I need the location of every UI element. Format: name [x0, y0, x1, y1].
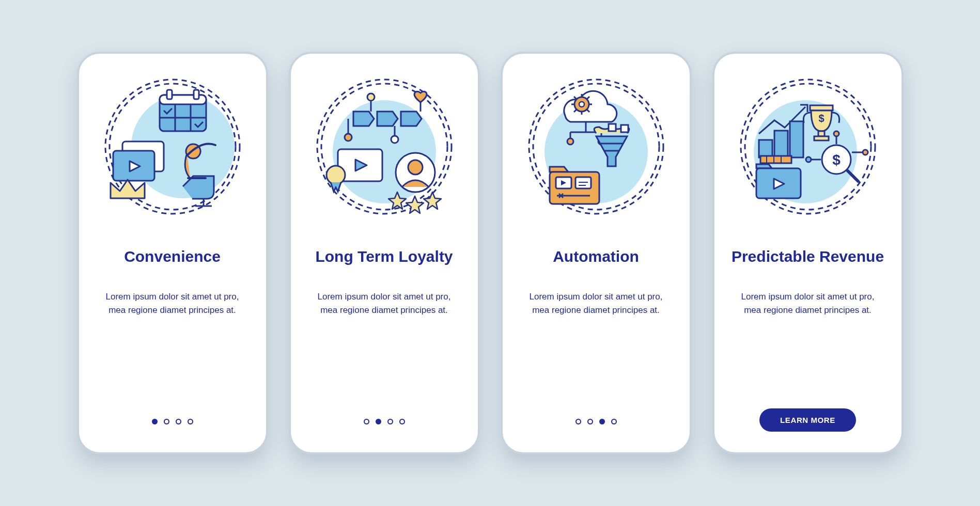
- svg-point-27: [326, 166, 345, 184]
- convenience-icon: [95, 69, 250, 224]
- pager-dot[interactable]: [587, 419, 593, 424]
- svg-point-19: [345, 134, 352, 141]
- svg-rect-67: [814, 136, 829, 140]
- onboarding-row: Convenience Lorem ipsum dolor sit amet u…: [77, 52, 904, 454]
- svg-text:$: $: [832, 152, 841, 168]
- onboarding-screen-revenue: $ $: [712, 52, 904, 454]
- pager-dot[interactable]: [152, 419, 158, 424]
- pager-dot[interactable]: [176, 419, 181, 424]
- svg-point-73: [863, 150, 868, 155]
- screen-body: Lorem ipsum dolor sit amet ut pro, mea r…: [94, 290, 252, 318]
- svg-rect-63: [774, 131, 788, 157]
- svg-rect-6: [194, 90, 199, 99]
- svg-rect-64: [790, 121, 803, 157]
- svg-rect-80: [760, 156, 791, 163]
- pager-dot[interactable]: [188, 419, 193, 424]
- screen-title: Predictable Revenue: [732, 236, 884, 277]
- pager-dots: [152, 419, 193, 424]
- pager-dot[interactable]: [575, 419, 581, 424]
- onboarding-screen-convenience: Convenience Lorem ipsum dolor sit amet u…: [77, 52, 268, 454]
- svg-point-21: [367, 93, 375, 101]
- svg-rect-50: [621, 125, 628, 132]
- svg-point-34: [579, 102, 584, 107]
- svg-rect-49: [609, 124, 616, 131]
- svg-text:$: $: [818, 113, 824, 124]
- svg-point-47: [567, 138, 573, 145]
- pager-dot[interactable]: [364, 419, 369, 424]
- screen-body: Lorem ipsum dolor sit amet ut pro, mea r…: [517, 290, 675, 318]
- loyalty-icon: [307, 69, 462, 224]
- revenue-icon: $ $: [730, 69, 885, 224]
- pager-dot[interactable]: [164, 419, 169, 424]
- screen-title: Long Term Loyalty: [315, 236, 453, 277]
- svg-rect-62: [759, 140, 772, 157]
- svg-point-75: [806, 157, 811, 162]
- onboarding-screen-automation: Automation Lorem ipsum dolor sit amet ut…: [501, 52, 692, 454]
- learn-more-button[interactable]: LEARN MORE: [759, 408, 856, 432]
- pager-dot[interactable]: [399, 419, 405, 424]
- pager-dot[interactable]: [387, 419, 393, 424]
- pager-dots: [575, 419, 617, 424]
- svg-point-77: [834, 131, 839, 136]
- screen-title: Automation: [553, 236, 639, 277]
- svg-point-29: [408, 160, 423, 175]
- pager-dot[interactable]: [599, 419, 605, 424]
- svg-rect-5: [167, 90, 172, 99]
- onboarding-screen-loyalty: Long Term Loyalty Lorem ipsum dolor sit …: [289, 52, 480, 454]
- svg-point-23: [391, 136, 398, 143]
- screen-body: Lorem ipsum dolor sit amet ut pro, mea r…: [729, 290, 887, 318]
- automation-icon: [519, 69, 674, 224]
- pager-dot[interactable]: [376, 419, 381, 424]
- screen-title: Convenience: [124, 236, 221, 277]
- pager-dot[interactable]: [611, 419, 617, 424]
- pager-dots: [364, 419, 405, 424]
- screen-body: Lorem ipsum dolor sit amet ut pro, mea r…: [305, 290, 463, 318]
